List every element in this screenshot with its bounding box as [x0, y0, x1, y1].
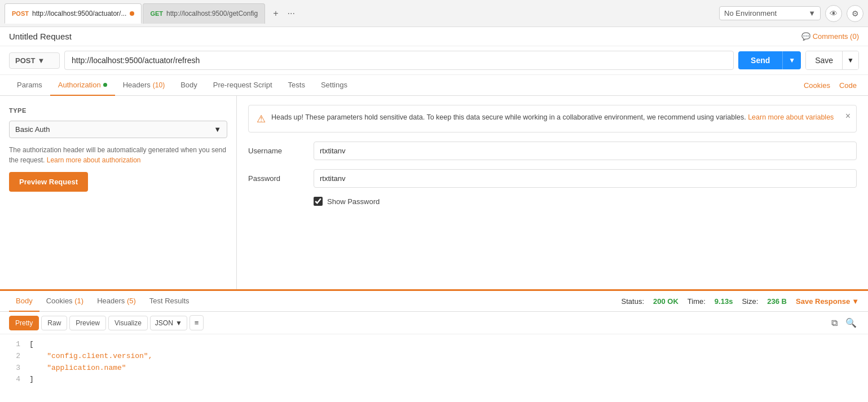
line-content-2: "config.client.version", — [29, 351, 152, 363]
tab-pre-request[interactable]: Pre-request Script — [205, 75, 280, 96]
request-tabs: Params Authorization Headers (10) Body P… — [0, 75, 868, 96]
status-label: Status: — [622, 297, 644, 306]
size-value: 236 B — [767, 297, 787, 306]
tab-cookies[interactable]: Cookies — [801, 76, 832, 95]
method-chevron-icon: ▼ — [37, 56, 45, 65]
comments-label: Comments (0) — [813, 32, 859, 41]
response-tab-body[interactable]: Body — [9, 291, 39, 312]
auth-type-selector[interactable]: Basic Auth ▼ — [9, 121, 227, 138]
right-tabs: Cookies Code — [801, 76, 859, 95]
request-title-bar: Untitled Request 💬 Comments (0) — [0, 27, 868, 46]
code-area: 1 [ 2 "config.client.version", 3 "applic… — [0, 334, 868, 402]
auth-info-text: The authorization header will be automat… — [9, 145, 227, 165]
format-selector[interactable]: JSON ▼ — [150, 316, 187, 330]
tab-authorization-label: Authorization — [58, 81, 101, 89]
time-label: Time: — [688, 297, 706, 306]
preview-request-button[interactable]: Preview Request — [9, 172, 88, 192]
tab-bar: POST http://localhost:9500/actuator/... … — [0, 0, 868, 27]
username-label: Username — [248, 147, 305, 155]
save-button-group: Save ▼ — [805, 51, 859, 70]
tab-post-actuator[interactable]: POST http://localhost:9500/actuator/... — [5, 3, 142, 24]
view-preview-button[interactable]: Preview — [69, 316, 106, 330]
line-num-2: 2 — [9, 351, 20, 363]
type-label: TYPE — [9, 107, 227, 114]
response-tab-headers[interactable]: Headers (5) — [90, 291, 143, 312]
password-input[interactable] — [314, 169, 857, 188]
save-button[interactable]: Save — [806, 51, 842, 69]
tab-pre-request-label: Pre-request Script — [213, 81, 272, 89]
format-label: JSON — [155, 319, 173, 327]
line-content-1: [ — [29, 339, 34, 351]
search-icon[interactable]: 🔍 — [843, 315, 859, 330]
warning-close-button[interactable]: × — [845, 111, 851, 121]
response-status-bar: Status: 200 OK Time: 9.13s Size: 236 B S… — [622, 297, 859, 306]
test-results-label: Test Results — [149, 297, 190, 305]
auth-active-dot — [103, 83, 107, 87]
view-visualize-button[interactable]: Visualize — [108, 316, 148, 330]
environment-section: No Environment ▼ 👁 ⚙ — [719, 5, 863, 22]
gear-icon[interactable]: ⚙ — [847, 5, 863, 22]
tab-headers-label: Headers — [123, 81, 151, 89]
tab-headers[interactable]: Headers (10) — [115, 75, 173, 96]
auth-type-chevron-icon: ▼ — [214, 125, 221, 134]
line-num-1: 1 — [9, 339, 20, 351]
eye-icon[interactable]: 👁 — [825, 5, 842, 22]
resp-headers-badge: (5) — [127, 297, 136, 305]
send-button[interactable]: Send — [738, 51, 782, 69]
tab-tests-label: Tests — [288, 81, 305, 89]
show-password-label: Show Password — [327, 197, 380, 206]
username-row: Username — [248, 142, 857, 160]
code-line-2: 2 "config.client.version", — [9, 351, 859, 363]
url-input[interactable] — [64, 51, 734, 70]
line-content-3: "application.name" — [29, 363, 126, 374]
username-input[interactable] — [314, 142, 857, 160]
auth-left-panel: TYPE Basic Auth ▼ The authorization head… — [0, 96, 237, 289]
method-value: POST — [15, 56, 35, 65]
add-tab-button[interactable]: + — [271, 6, 280, 21]
tab-tests[interactable]: Tests — [280, 75, 313, 96]
save-response-button[interactable]: Save Response ▼ — [796, 297, 859, 306]
learn-more-link[interactable]: Learn more about authorization — [47, 156, 141, 164]
environment-selector[interactable]: No Environment ▼ — [719, 6, 821, 20]
response-tab-test-results[interactable]: Test Results — [143, 291, 196, 312]
learn-variables-link[interactable]: Learn more about variables — [748, 113, 834, 121]
show-password-checkbox[interactable] — [314, 197, 323, 206]
response-body-label: Body — [16, 297, 33, 305]
headers-badge: (10) — [153, 81, 165, 89]
view-pretty-button[interactable]: Pretty — [9, 316, 39, 330]
copy-button[interactable]: ⧉ — [829, 315, 840, 330]
tab-url-post: http://localhost:9500/actuator/... — [32, 10, 126, 17]
method-badge-get: GET — [150, 10, 163, 17]
warning-box: ⚠ Heads up! These parameters hold sensit… — [248, 105, 857, 132]
send-button-group: Send ▼ — [738, 51, 801, 69]
line-num-4: 4 — [9, 374, 20, 386]
code-line-1: 1 [ — [9, 339, 859, 351]
response-area: Body Cookies (1) Headers (5) Test Result… — [0, 289, 868, 402]
line-content-4: ] — [29, 374, 34, 386]
chevron-down-icon: ▼ — [808, 9, 816, 17]
warning-icon: ⚠ — [257, 113, 266, 125]
tab-params[interactable]: Params — [9, 75, 50, 96]
save-dropdown-button[interactable]: ▼ — [842, 51, 858, 69]
send-dropdown-button[interactable]: ▼ — [782, 51, 801, 69]
tab-code[interactable]: Code — [837, 76, 859, 95]
tab-dot — [130, 11, 134, 16]
tab-authorization[interactable]: Authorization — [50, 75, 115, 96]
warning-text: Heads up! These parameters hold sensitiv… — [271, 112, 834, 123]
url-bar: POST ▼ Send ▼ Save ▼ — [0, 46, 868, 75]
response-tab-cookies[interactable]: Cookies (1) — [39, 291, 90, 312]
tab-get-config[interactable]: GET http://localhost:9500/getConfig — [143, 3, 265, 24]
comments-button[interactable]: 💬 Comments (0) — [801, 32, 859, 41]
wrap-button[interactable]: ≡ — [190, 315, 204, 330]
response-cookies-label: Cookies — [46, 297, 73, 305]
tab-actions: + ··· — [271, 6, 297, 21]
tab-settings[interactable]: Settings — [313, 75, 355, 96]
main-content: TYPE Basic Auth ▼ The authorization head… — [0, 96, 868, 289]
password-label: Password — [248, 174, 305, 183]
more-tabs-button[interactable]: ··· — [285, 6, 297, 21]
code-line-3: 3 "application.name" — [9, 363, 859, 374]
method-selector[interactable]: POST ▼ — [9, 52, 60, 69]
tab-body[interactable]: Body — [173, 75, 205, 96]
response-headers-label: Headers — [97, 297, 125, 305]
view-raw-button[interactable]: Raw — [41, 316, 67, 330]
